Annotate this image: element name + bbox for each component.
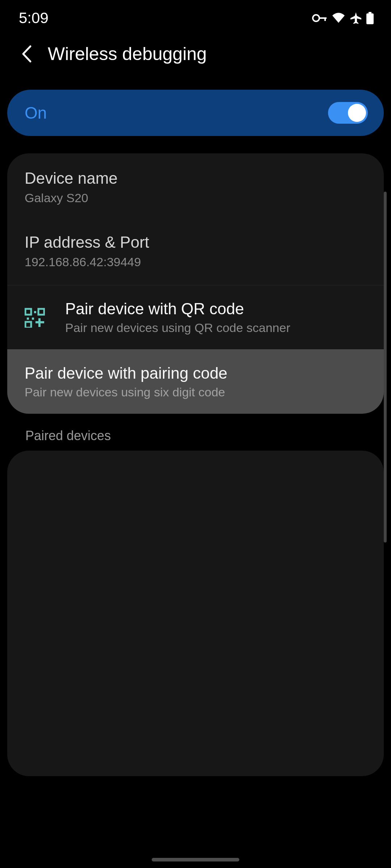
toggle-label: On <box>25 103 47 123</box>
paired-devices-section-header: Paired devices <box>0 414 391 451</box>
switch-thumb <box>348 104 366 122</box>
navigation-handle[interactable] <box>152 858 239 861</box>
status-icons <box>312 12 374 24</box>
back-button[interactable] <box>17 45 35 63</box>
status-bar: 5:09 <box>0 0 391 33</box>
toggle-switch[interactable] <box>328 102 368 124</box>
device-name-label: Device name <box>25 169 366 187</box>
svg-rect-12 <box>38 318 41 327</box>
scrollbar[interactable] <box>384 192 387 542</box>
battery-icon <box>366 12 374 24</box>
pair-qr-title: Pair device with QR code <box>65 300 366 318</box>
device-name-row[interactable]: Device name Galaxy S20 <box>7 153 384 221</box>
pair-qr-row[interactable]: Pair device with QR code Pair new device… <box>7 285 384 349</box>
pair-code-row[interactable]: Pair device with pairing code Pair new d… <box>7 349 384 414</box>
vpn-key-icon <box>312 14 327 22</box>
page-title: Wireless debugging <box>48 43 207 64</box>
svg-rect-4 <box>366 13 374 24</box>
svg-point-0 <box>313 15 319 21</box>
pair-code-subtitle: Pair new devices using six digit code <box>25 385 366 399</box>
svg-rect-5 <box>25 309 31 315</box>
svg-rect-9 <box>32 318 34 320</box>
status-time: 5:09 <box>19 9 49 27</box>
svg-rect-6 <box>34 311 36 313</box>
pair-code-title: Pair device with pairing code <box>25 364 366 382</box>
page-header: Wireless debugging <box>0 33 391 79</box>
ip-port-label: IP address & Port <box>25 233 366 251</box>
svg-rect-3 <box>369 12 371 13</box>
device-name-value: Galaxy S20 <box>25 191 366 205</box>
ip-port-value: 192.168.86.42:39449 <box>25 255 366 269</box>
wireless-debugging-toggle-row[interactable]: On <box>7 90 384 136</box>
paired-devices-card <box>7 451 384 776</box>
airplane-mode-icon <box>350 12 361 24</box>
svg-rect-10 <box>25 322 31 328</box>
ip-port-row[interactable]: IP address & Port 192.168.86.42:39449 <box>7 221 384 285</box>
svg-rect-2 <box>324 17 326 21</box>
svg-rect-7 <box>38 309 44 315</box>
chevron-left-icon <box>21 45 32 63</box>
qr-code-icon <box>25 307 45 328</box>
svg-rect-8 <box>27 318 29 320</box>
wifi-icon <box>332 13 345 24</box>
pair-qr-subtitle: Pair new devices using QR code scanner <box>65 321 366 335</box>
settings-card-group: Device name Galaxy S20 IP address & Port… <box>7 153 384 414</box>
